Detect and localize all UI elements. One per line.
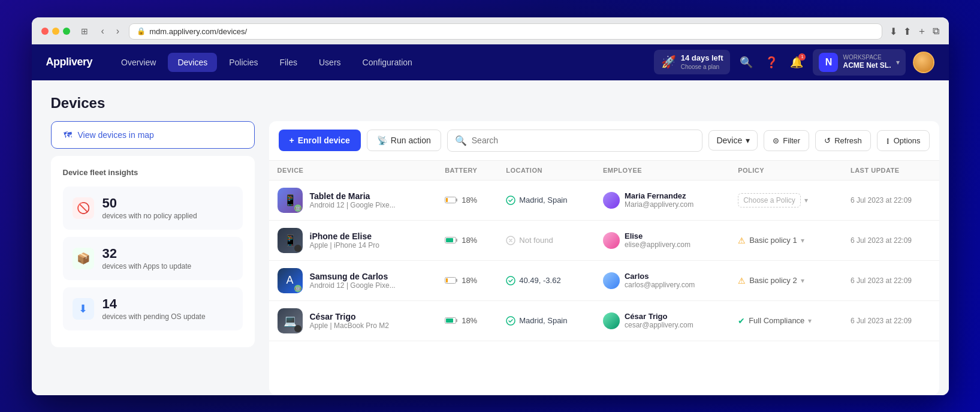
insight-text-os: 14 devices with pending OS update <box>102 296 206 322</box>
filter-button[interactable]: ⊜ Filter <box>764 130 809 151</box>
trial-icon: 🚀 <box>661 55 676 69</box>
share-icon[interactable]: ⬆ <box>903 26 911 37</box>
col-policy: POLICY <box>729 161 842 181</box>
back-button[interactable]: ‹ <box>99 25 107 38</box>
view-devices-map-button[interactable]: 🗺 View devices in map <box>51 121 255 149</box>
page-header: Devices <box>32 80 949 121</box>
device-avatar: 💻 <box>278 308 303 333</box>
search-box[interactable]: 🔍 <box>447 130 703 152</box>
forward-button[interactable]: › <box>114 25 122 38</box>
options-button[interactable]: ⫿ Options <box>877 130 930 151</box>
nav-item-users[interactable]: Users <box>309 53 351 72</box>
svg-rect-1 <box>456 199 457 202</box>
nav-item-files[interactable]: Files <box>270 53 307 72</box>
content-area: 🗺 View devices in map Device fleet insig… <box>32 121 949 395</box>
nav-item-devices[interactable]: Devices <box>168 53 217 72</box>
app-navbar: Applivery Overview Devices Policies File… <box>32 44 949 80</box>
trial-badge[interactable]: 🚀 14 days left Choose a plan <box>654 50 731 75</box>
policy-cell[interactable]: ⚠Basic policy 2 ▾ <box>738 276 834 285</box>
app-logo: Applivery <box>46 56 93 68</box>
table-row[interactable]: A 🤖 Samsung de Carlos Android 12 | Googl… <box>269 260 939 300</box>
policy-chevron-icon[interactable]: ▾ <box>808 317 812 325</box>
enroll-device-button[interactable]: + Enroll device <box>279 130 361 151</box>
filter-icon: ⊜ <box>773 136 779 145</box>
last-update-cell: 6 Jul 2023 at 22:09 <box>851 236 931 245</box>
device-info: César Trigo Apple | MacBook Pro M2 <box>310 312 390 330</box>
employee-email: Maria@applivery.com <box>625 200 693 209</box>
download-icon[interactable]: ⬇ <box>889 26 897 37</box>
maximize-button[interactable] <box>63 28 70 35</box>
help-button[interactable]: ❓ <box>762 53 780 71</box>
new-tab-icon[interactable]: ＋ <box>917 25 927 38</box>
policy-cell[interactable]: ✔Full Compliance ▾ <box>738 316 834 326</box>
table-row[interactable]: 📱 iPhone de Elise Apple | iPhone 14 Pro … <box>269 220 939 260</box>
device-info: Samsung de Carlos Android 12 | Google Pi… <box>310 272 396 290</box>
location-cell: Not found <box>506 236 586 245</box>
refresh-button[interactable]: ↺ Refresh <box>815 130 871 151</box>
sidebar-toggle-button[interactable]: ⊞ <box>77 25 92 37</box>
minimize-button[interactable] <box>52 28 59 35</box>
policy-cell[interactable]: Choose a Policy ▾ <box>738 193 834 207</box>
close-button[interactable] <box>41 28 49 35</box>
device-filter-dropdown[interactable]: Device ▾ <box>708 130 758 151</box>
address-bar[interactable]: 🔒 mdm.applivery.com/devices/ <box>129 23 882 40</box>
left-sidebar: 🗺 View devices in map Device fleet insig… <box>51 121 255 395</box>
browser-actions: ⬇ ⬆ ＋ ⧉ <box>889 25 939 38</box>
device-avatar: 📱 <box>278 228 303 253</box>
battery-text: 18% <box>462 276 477 285</box>
employee-info: César Trigo cesar@applivery.com <box>625 312 693 329</box>
search-nav-button[interactable]: 🔍 <box>737 53 755 71</box>
insight-apps-update[interactable]: 📦 32 devices with Apps to update <box>63 237 243 280</box>
employee-name: Maria Fernandez <box>625 191 693 200</box>
insight-text-apps: 32 devices with Apps to update <box>102 245 192 272</box>
policy-cell[interactable]: ⚠Basic policy 1 ▾ <box>738 236 834 245</box>
employee-email: elise@applivery.com <box>625 240 690 249</box>
nav-item-overview[interactable]: Overview <box>111 53 165 72</box>
options-icon: ⫿ <box>886 136 890 145</box>
location-cell: Madrid, Spain <box>506 316 586 326</box>
battery-cell: 18% <box>445 316 489 325</box>
copy-tab-icon[interactable]: ⧉ <box>933 26 939 37</box>
map-icon: 🗺 <box>64 130 72 140</box>
employee-avatar <box>603 312 620 329</box>
battery-icon <box>445 317 458 324</box>
lock-icon: 🔒 <box>137 27 146 35</box>
location-text: Madrid, Spain <box>519 196 567 205</box>
battery-icon <box>445 237 458 243</box>
employee-info: Carlos carlos@applivery.com <box>625 272 695 289</box>
device-cell: A 🤖 Samsung de Carlos Android 12 | Googl… <box>278 268 429 293</box>
policy-warning-icon: ⚠ <box>738 236 746 245</box>
device-cell: 💻 César Trigo Apple | MacBook Pro M2 <box>278 308 429 333</box>
device-meta: Android 12 | Google Pixe... <box>310 201 396 209</box>
workspace-button[interactable]: N WORKSPACE ACME Net SL. ▾ <box>813 49 905 76</box>
table-row[interactable]: 📱 🤖 Tablet de Maria Android 12 | Google … <box>269 180 939 220</box>
no-policy-count: 50 <box>102 195 197 212</box>
insight-os-update[interactable]: ⬇ 14 devices with pending OS update <box>63 287 243 330</box>
employee-info: Elise elise@applivery.com <box>625 231 690 249</box>
policy-chevron-icon[interactable]: ▾ <box>801 276 804 285</box>
nav-item-policies[interactable]: Policies <box>219 53 267 72</box>
device-info: Tablet de Maria Android 12 | Google Pixe… <box>310 191 396 209</box>
policy-chevron-icon[interactable]: ▾ <box>804 196 808 205</box>
workspace-chevron-icon: ▾ <box>896 58 900 67</box>
employee-avatar <box>603 192 620 209</box>
user-avatar[interactable] <box>913 52 934 73</box>
col-location: LOCATION <box>497 161 595 181</box>
main-content: Devices 🗺 View devices in map Device fle… <box>32 80 949 395</box>
battery-cell: 18% <box>445 196 489 205</box>
insight-no-policy[interactable]: 🚫 50 devices with no policy applied <box>63 187 243 230</box>
search-input[interactable] <box>472 136 695 145</box>
last-update-cell: 6 Jul 2023 at 22:09 <box>851 196 931 205</box>
table-row[interactable]: 💻 César Trigo Apple | MacBook Pro M2 18% <box>269 300 939 341</box>
apps-update-icon: 📦 <box>73 248 94 269</box>
notifications-button[interactable]: 🔔 1 <box>788 53 806 71</box>
battery-cell: 18% <box>445 276 489 285</box>
run-action-button[interactable]: 📡 Run action <box>367 130 441 151</box>
nav-item-configuration[interactable]: Configuration <box>353 53 422 72</box>
devices-table: DEVICE BATTERY LOCATION EMPLOYEE POLICY … <box>269 161 939 395</box>
device-cell: 📱 iPhone de Elise Apple | iPhone 14 Pro <box>278 228 429 253</box>
policy-ok-icon: ✔ <box>738 316 745 326</box>
policy-chevron-icon[interactable]: ▾ <box>801 236 804 245</box>
device-info: iPhone de Elise Apple | iPhone 14 Pro <box>310 231 380 249</box>
workspace-icon: N <box>819 53 838 72</box>
